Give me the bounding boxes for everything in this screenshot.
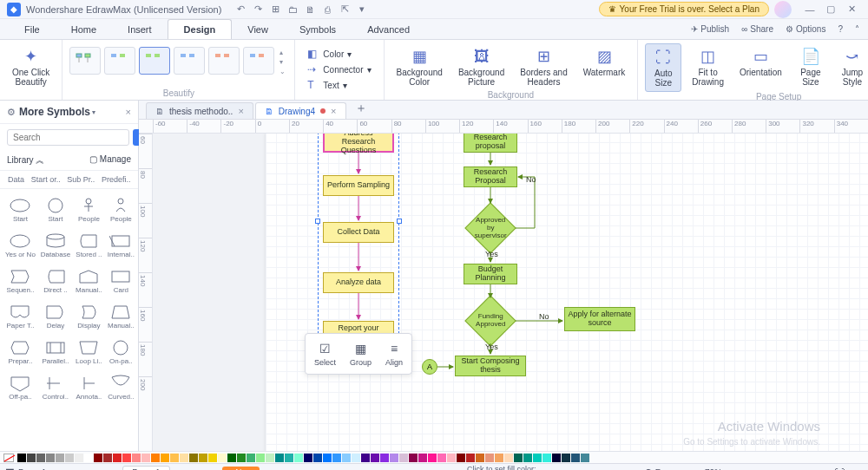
color-swatch[interactable] (523, 454, 532, 462)
color-swatch[interactable] (151, 454, 160, 462)
add-tab-icon[interactable]: ＋ (348, 101, 374, 119)
save-icon[interactable]: 🗎 (303, 3, 317, 16)
fullscreen-icon[interactable]: ▢ (853, 467, 863, 471)
orientation-button[interactable]: ▭Orientation (734, 43, 787, 81)
auto-size-button[interactable]: ⛶Auto Size (645, 43, 681, 92)
shape-item[interactable]: Curved.. (106, 370, 136, 404)
selection-handle[interactable] (397, 219, 402, 224)
undo-icon[interactable]: ↶ (233, 3, 247, 16)
menu-file[interactable]: File (9, 19, 56, 39)
shape-item[interactable]: Manual.. (74, 264, 104, 297)
node-collect-data[interactable]: Collect Data (323, 222, 394, 243)
color-swatch[interactable] (437, 454, 446, 462)
color-swatch[interactable] (103, 454, 112, 462)
color-swatch[interactable] (562, 454, 570, 462)
watermark-button[interactable]: ▨Watermark (578, 43, 631, 81)
shape-item[interactable]: Manual.. (106, 299, 136, 333)
panel-close-icon[interactable]: × (126, 107, 131, 117)
beautify-style-2[interactable] (104, 47, 135, 75)
beautify-style-4[interactable] (174, 47, 205, 75)
color-swatch[interactable] (352, 454, 360, 462)
page-list-icon[interactable]: ☰ (5, 467, 15, 471)
fit-page-icon[interactable]: ⛶ (834, 467, 845, 471)
open-icon[interactable]: 🗀 (286, 3, 299, 16)
new-icon[interactable]: ⊞ (268, 3, 282, 16)
tab-close-icon[interactable]: × (238, 106, 243, 116)
color-swatch[interactable] (581, 454, 589, 462)
color-swatch[interactable] (323, 454, 332, 462)
maximize-icon[interactable]: ▢ (821, 3, 840, 16)
shape-item[interactable]: People (74, 193, 104, 226)
color-swatch[interactable] (485, 454, 494, 462)
connector-a[interactable]: A (422, 359, 437, 375)
color-swatch[interactable] (304, 454, 312, 462)
beautify-style-5[interactable] (208, 47, 240, 75)
color-swatch[interactable] (36, 454, 45, 462)
color-swatch[interactable] (533, 454, 542, 462)
color-swatch[interactable] (189, 454, 198, 462)
color-swatch[interactable] (227, 454, 236, 462)
zoom-out-icon[interactable]: − (731, 467, 737, 471)
color-swatch[interactable] (27, 454, 36, 462)
color-swatch[interactable] (390, 454, 398, 462)
background-picture-button[interactable]: 🖼Background Picture (453, 43, 510, 90)
color-swatch[interactable] (399, 454, 408, 462)
color-swatch[interactable] (84, 454, 93, 462)
shape-item[interactable]: Direct .. (39, 264, 72, 297)
selection-handle[interactable] (315, 219, 320, 224)
chevron-down-icon[interactable]: ▾ (92, 108, 95, 116)
page-tab[interactable]: Page-1 (122, 466, 169, 470)
library-toggle[interactable]: Library ︽ (7, 154, 44, 166)
shape-item[interactable]: Database (39, 228, 72, 262)
beautify-style-3[interactable] (139, 47, 170, 75)
align-button[interactable]: ≡Align (380, 337, 408, 370)
shape-item[interactable]: Yes or No (3, 228, 37, 262)
gear-icon[interactable]: ⚙ (7, 107, 16, 118)
color-swatch[interactable] (285, 454, 293, 462)
color-swatch[interactable] (266, 454, 274, 462)
color-swatch[interactable] (571, 454, 580, 462)
node-analyze-data[interactable]: Analyze data (323, 272, 394, 293)
color-swatch[interactable] (313, 454, 322, 462)
node-research-proposal-1[interactable]: Research proposal (464, 134, 517, 153)
color-swatch[interactable] (466, 454, 475, 462)
export-icon[interactable]: ⇱ (338, 3, 352, 16)
no-color-swatch[interactable] (3, 454, 14, 462)
color-swatch[interactable] (380, 454, 389, 462)
color-swatch[interactable] (113, 454, 122, 462)
color-swatch[interactable] (247, 454, 255, 462)
shape-item[interactable]: Annota.. (74, 370, 104, 404)
zoom-in-icon[interactable]: ＋ (815, 466, 825, 470)
color-swatch[interactable] (218, 454, 227, 462)
shape-item[interactable]: Parallel.. (39, 335, 72, 369)
help-icon[interactable]: ? (838, 24, 843, 34)
buy-now-button[interactable]: y Now (222, 467, 260, 470)
beautify-style-1[interactable] (69, 47, 101, 75)
add-page-icon[interactable]: ＋ (96, 466, 107, 470)
shape-item[interactable]: Delay (39, 299, 72, 333)
drawing-page[interactable]: Address Research Questions Perform Sampl… (266, 134, 868, 451)
color-swatch[interactable] (275, 454, 284, 462)
shape-item[interactable]: Off-pa.. (3, 370, 37, 404)
borders-headers-button[interactable]: ⊞Borders and Headers (515, 43, 572, 90)
tab-subprocess[interactable]: Sub Pr.. (64, 173, 97, 186)
color-swatch[interactable] (495, 454, 503, 462)
group-button[interactable]: ▦Group (345, 337, 377, 370)
color-swatch[interactable] (256, 454, 265, 462)
style-scroll-down-icon[interactable]: ▾ (279, 58, 286, 66)
color-swatch[interactable] (514, 454, 523, 462)
qat-more-icon[interactable]: ▾ (355, 3, 369, 16)
color-swatch[interactable] (199, 454, 207, 462)
doc-tab-thesis[interactable]: 🗎 thesis methodo.. × (146, 102, 253, 119)
shape-item[interactable]: Paper T.. (3, 299, 37, 333)
color-swatch[interactable] (170, 454, 179, 462)
symbol-search-input[interactable] (7, 129, 129, 146)
trial-banner[interactable]: ♛ Your Free Trial is over. Select a Plan (599, 2, 769, 16)
node-address-research[interactable]: Address Research Questions (323, 134, 394, 153)
tab-predefined[interactable]: Predefi.. (99, 173, 133, 186)
user-avatar[interactable] (774, 1, 792, 18)
color-swatch[interactable] (56, 454, 64, 462)
node-approved-supervisor[interactable]: Approved by supervisor (464, 202, 516, 253)
color-swatch[interactable] (180, 454, 188, 462)
shape-item[interactable]: Start (39, 193, 72, 226)
